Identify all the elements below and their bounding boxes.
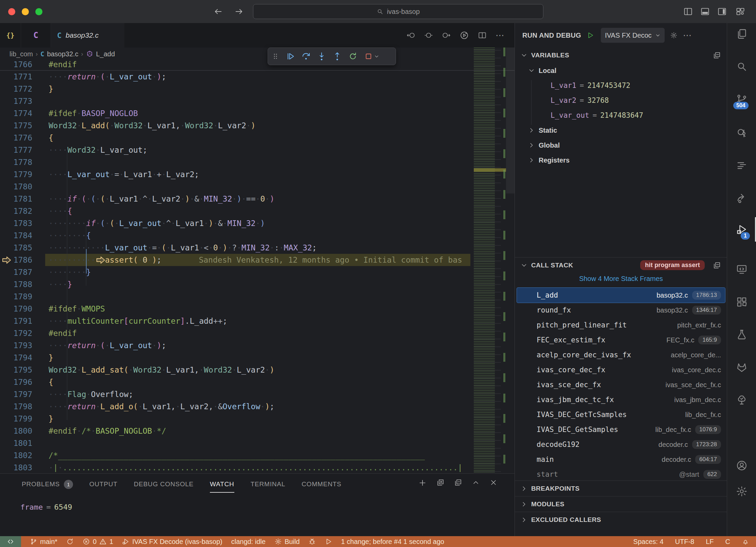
code-line-1786[interactable]: 1786············assert(·0·);Sandesh Venk… (0, 254, 515, 266)
prev-change-icon[interactable] (407, 31, 415, 40)
code-line-1787[interactable]: 1787········} (0, 266, 515, 278)
pinned-tab-c-file[interactable]: C (21, 23, 51, 48)
continue-button[interactable] (286, 52, 295, 61)
line-number[interactable]: 1776 (0, 132, 32, 144)
toggle-panel-icon[interactable] (700, 7, 710, 16)
activity-bar-search-commits[interactable] (727, 122, 756, 144)
line-number[interactable]: 1777 (0, 144, 32, 156)
code-line-1795[interactable]: 1795Word32·L_add_sat(·Word32·L_var1,·Wor… (0, 364, 515, 376)
stack-frame-acelp_core_dec_ivas_fx[interactable]: acelp_core_dec_ivas_fxacelp_core_de... (517, 347, 725, 362)
activity-bar-extensions[interactable] (727, 291, 756, 313)
code-line-1796[interactable]: 1796{ (0, 376, 515, 388)
breadcrumb-item[interactable]: lib_com (10, 50, 33, 58)
line-number[interactable]: 1793 (0, 339, 32, 352)
language-status[interactable]: C (725, 538, 730, 546)
history-forward-icon[interactable] (234, 7, 244, 16)
problems-button[interactable]: 01 (83, 538, 113, 546)
activity-bar-explorer[interactable] (727, 23, 756, 45)
step-out-button[interactable] (332, 52, 342, 61)
panel-tab-problems[interactable]: PROBLEMS1 (22, 474, 73, 495)
variables-scope-local[interactable]: Local (515, 63, 727, 78)
remove-all-expressions-icon[interactable] (436, 478, 445, 487)
line-number[interactable]: 1784 (0, 229, 32, 242)
line-number[interactable]: 1800 (0, 425, 32, 437)
variables-scope-global[interactable]: Global (515, 138, 727, 153)
breadcrumb-item[interactable]: L_add (96, 50, 115, 58)
code-line-1778[interactable]: 1778 (0, 156, 515, 168)
code-line-1774[interactable]: 1774#ifdef·BASOP_NOGLOB (0, 107, 515, 119)
stack-frame-FEC_exc_estim_fx[interactable]: FEC_exc_estim_fxFEC_fx.c165:9 (517, 333, 725, 347)
run-file-icon[interactable] (460, 31, 469, 40)
close-panel-icon[interactable] (489, 478, 498, 487)
code-line-1772[interactable]: 1772} (0, 83, 515, 95)
code-line-1773[interactable]: 1773 (0, 95, 515, 107)
stack-frame-start[interactable]: start@start622 (517, 467, 725, 482)
panel-tab-watch[interactable]: WATCH (210, 474, 234, 495)
toggle-primary-sidebar-icon[interactable] (683, 7, 693, 16)
activity-bar-accounts[interactable] (727, 455, 756, 476)
code-line-1791[interactable]: 1791····multiCounter[currCounter].L_add+… (0, 315, 515, 327)
activity-bar-todo-tree[interactable] (727, 389, 756, 411)
step-into-button[interactable] (317, 52, 326, 61)
panel-tab-output[interactable]: OUTPUT (89, 474, 118, 495)
collapse-all-icon[interactable] (454, 478, 462, 487)
debug-settings-gear-icon[interactable] (670, 32, 678, 39)
panel-tab-terminal[interactable]: TERMINAL (251, 474, 285, 495)
code-line-1782[interactable]: 1782····{ (0, 205, 515, 217)
variable-row-L_var2[interactable]: L_var2=32768 (515, 93, 727, 108)
start-debug-icon[interactable] (587, 32, 594, 39)
encoding-status[interactable]: UTF-8 (675, 538, 695, 546)
section-header-excluded-callers[interactable]: EXCLUDED CALLERS (515, 512, 727, 527)
line-number[interactable]: 1802 (0, 449, 32, 461)
code-line-1790[interactable]: 1790#ifdef·WMOPS (0, 303, 515, 315)
step-over-button[interactable] (301, 52, 311, 61)
tab-basop32-c[interactable]: C basop32.c (51, 23, 124, 48)
branch-button[interactable]: main* (30, 538, 57, 546)
maximize-panel-icon[interactable] (472, 478, 480, 487)
line-number[interactable]: 1778 (0, 156, 32, 168)
remote-indicator-button[interactable] (0, 536, 21, 547)
editor-scrollbar[interactable] (506, 48, 515, 193)
activity-bar-gitlab[interactable] (727, 356, 756, 378)
line-number[interactable]: 1779 (0, 168, 32, 181)
stack-frame-decodeG192[interactable]: decodeG192decoder.c1723:28 (517, 437, 725, 452)
code-editor[interactable]: 1766#endif1771····return·(·L_var_out·);1… (0, 58, 515, 473)
activity-bar-gitlens-inspect[interactable] (727, 155, 756, 176)
bug-button[interactable] (308, 538, 316, 545)
close-window-button[interactable] (8, 8, 15, 15)
activity-bar-settings[interactable] (727, 480, 756, 502)
collapse-all-icon[interactable] (713, 261, 721, 269)
minimize-window-button[interactable] (22, 8, 29, 15)
clangd-status[interactable]: clangd: idle (231, 538, 266, 546)
line-number[interactable]: 1766 (0, 58, 32, 71)
line-number[interactable]: 1771 (0, 71, 32, 83)
code-line-1779[interactable]: 1779····L_var_out·=·L_var1·+·L_var2; (0, 168, 515, 181)
variables-scope-registers[interactable]: Registers (515, 153, 727, 168)
add-watch-expression-icon[interactable] (418, 478, 427, 487)
sync-button[interactable] (66, 538, 74, 545)
stack-frame-ivas_core_dec_fx[interactable]: ivas_core_dec_fxivas_core_dec.c (517, 362, 725, 377)
history-back-icon[interactable] (213, 7, 223, 16)
more-actions-icon[interactable]: ⋯ (496, 30, 504, 41)
stop-button[interactable] (364, 52, 380, 61)
collapse-all-icon[interactable] (713, 51, 721, 59)
line-number[interactable]: 1791 (0, 315, 32, 327)
eol-status[interactable]: LF (706, 538, 714, 546)
code-line-1783[interactable]: 1783········if·(·(·L_var_out·^·L_var1·)·… (0, 217, 515, 229)
line-number[interactable]: 1803 (0, 461, 32, 473)
stack-frame-ivas_jbm_dec_tc_fx[interactable]: ivas_jbm_dec_tc_fxivas_jbm_dec.c (517, 392, 725, 407)
line-number[interactable]: 1799 (0, 413, 32, 425)
pinned-tab-json[interactable]: {} (0, 23, 21, 48)
code-line-1797[interactable]: 1797····Flag·Overflow; (0, 388, 515, 400)
code-line-1777[interactable]: 1777····Word32·L_var_out; (0, 144, 515, 156)
activity-bar-testing[interactable] (727, 324, 756, 345)
code-line-1793[interactable]: 1793····return·(·L_var_out·); (0, 339, 515, 352)
activity-bar-remote-explorer[interactable] (727, 259, 756, 280)
section-header-breakpoints[interactable]: BREAKPOINTS (515, 480, 727, 496)
stack-frame-IVAS_DEC_GetTcSamples[interactable]: IVAS_DEC_GetTcSampleslib_dec_fx.c (517, 407, 725, 422)
line-number[interactable]: 1801 (0, 437, 32, 449)
code-line-1803[interactable]: 1803·|·.................................… (0, 461, 515, 473)
code-line-1771[interactable]: 1771····return·(·L_var_out·); (0, 71, 515, 83)
activity-bar-search[interactable] (727, 56, 756, 77)
restart-button[interactable] (348, 52, 358, 61)
